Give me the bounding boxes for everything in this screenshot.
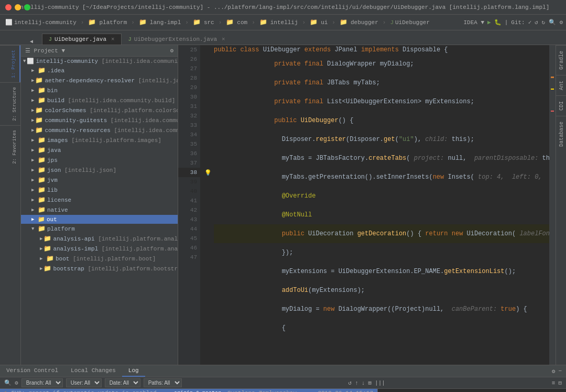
tab-close-button2[interactable]: × [222,36,225,42]
vc-date-select[interactable]: Date: All [105,378,140,387]
out-folder-icon: 📁 [38,216,45,223]
project-sidebar: ☰ Project ▼ ⚙ ▼ ⬜ intellij-community [in… [21,45,178,365]
minimize-button[interactable] [15,4,21,10]
title-bar: intellij-community [~/IdeaProjects/intel… [0,0,566,15]
database-tab[interactable]: Database [556,116,566,152]
platform-label: platform [47,226,75,232]
nav-lang-impl[interactable]: 📁 lang-impl [137,17,183,27]
code-line-25: public class UiDebugger extends JPanel i… [214,45,549,55]
tree-native[interactable]: ▶ 📁 native [21,205,178,215]
vc-tab-local-changes[interactable]: Local Changes [64,365,122,377]
nav-debugger[interactable]: 📁 debugger [338,17,380,27]
nav-intellij[interactable]: 📁 intellij [257,17,300,27]
line-num-41: 41 [178,196,200,205]
vc-branch-select[interactable]: Branch: All [21,378,63,387]
tab-close-button[interactable]: × [111,36,115,42]
cdi-tab[interactable]: CDI [556,95,566,116]
vc-minimize-icon[interactable]: − [558,368,562,374]
jps-label: jps [47,157,58,164]
structure-panel-icon[interactable]: 2: Structure [0,82,20,125]
maximize-button[interactable] [24,4,30,10]
gradle-tab[interactable]: Gradle [556,45,566,75]
code-line-27: private final DialogWrapper myDialog; [214,55,549,73]
tree-out[interactable]: ▶ 📁 out [21,215,178,224]
vc-refresh-icon[interactable]: ↺ [349,379,352,386]
vc-tab-log[interactable]: Log [122,365,145,377]
tree-aether[interactable]: ▶ 📁 aether-dependency-resolver [intellij… [21,75,178,85]
nav-com[interactable]: 📁 com [224,17,249,27]
nav-src[interactable]: 📁 src [191,17,216,27]
tree-analysis-api[interactable]: ▶ 📁 analysis-api [intellij.platform.anal… [21,234,178,244]
tree-analysis-impl[interactable]: ▶ 📁 analysis-impl [intellij.platform.ana… [21,244,178,254]
tree-colorschemes[interactable]: ▶ 📁 colorSchemes [intellij.platform.colo… [21,105,178,115]
project-panel-icon[interactable]: 1: Project [0,45,20,82]
vc-right-panel: intellij.platform.testFramework 2 files … [377,389,566,392]
code-scrollbar[interactable] [549,45,556,365]
vc-filter-icon[interactable]: ⊟ [558,379,562,386]
tab-uidebuggerextension[interactable]: J UiDebuggerExtension.java × [122,34,232,45]
analysis-impl-label: analysis-impl [intellij.platform.analysi… [53,246,178,252]
vc-settings-icon[interactable]: ⚙ [552,368,556,375]
ant-tab[interactable]: Ant [556,75,566,95]
nav-uidebugger[interactable]: J UiDebugger [388,18,432,27]
tree-bootstrap[interactable]: ▶ 📁 bootstrap [intellij.platform.bootstr… [21,264,178,274]
favorites-panel-icon[interactable]: 2: Favorites [0,125,20,168]
tab-arrow-left[interactable]: ◀ [30,38,33,45]
line-num-27: 27 [178,64,200,73]
vc-expand-icon[interactable]: ⊞ [368,379,372,386]
line-num-37: 37 [178,158,200,168]
vc-right-arrow[interactable]: ≡ [552,380,556,386]
vc-paths-select[interactable]: Paths: All [144,378,182,387]
line-numbers: 25 26 27 28 29 30 31 32 33 34 35 36 37 3… [178,45,200,365]
tree-community-guitests[interactable]: ▶ 📁 community-guitests [intellij.idea.co… [21,115,178,125]
root-label: intellij-community [intellij.idea.commun… [36,58,178,64]
tree-idea[interactable]: ▶ 📁 .idea [21,66,178,75]
vc-search-icon[interactable]: 🔍 [4,379,12,386]
nav-intellij-community[interactable]: ⬜ intellij-community [3,18,79,27]
vc-down-icon[interactable]: ↓ [362,380,365,386]
code-editor[interactable]: 25 26 27 28 29 30 31 32 33 34 35 36 37 3… [178,45,556,365]
code-line-43: myExtensions = UiDebuggerExtension.EP_NA… [214,262,549,281]
tree-jps[interactable]: ▶ 📁 jps [21,155,178,165]
sidebar-settings-icon[interactable]: ⚙ [170,47,173,54]
nav-ui[interactable]: 📁 ui [308,17,330,27]
vc-row-1[interactable]: ● FUS: report if automatic update is ena… [0,389,377,392]
line-num-32: 32 [178,111,200,121]
vc-settings-icon2[interactable]: ⚙ [15,379,18,386]
git-check[interactable]: ✓ [528,19,532,26]
code-line-46: myDialog = new DialogWrapper((Project)nu… [214,300,549,319]
tree-license[interactable]: ▶ 📁 license [21,195,178,205]
line-num-36: 36 [178,149,200,158]
toolbar-icons[interactable]: ↺ ↻ 🔍 ⚙ [535,19,563,26]
nav-platform[interactable]: 📁 platform [86,17,129,27]
vc-user-select[interactable]: User: All [66,378,102,387]
tree-json[interactable]: ▶ 📁 json [intellij.json] [21,165,178,175]
tree-boot[interactable]: ▶ 📁 boot [intellij.platform.boot] [21,254,178,264]
tree-community-resources[interactable]: ▶ 📁 community-resources [intellij.idea.c… [21,125,178,135]
tree-build[interactable]: ▶ 📁 build [intellij.idea.community.build… [21,95,178,105]
run-button[interactable]: ▶ [487,19,491,26]
tree-jvm[interactable]: ▶ 📁 jvm [21,175,178,185]
tree-root[interactable]: ▼ ⬜ intellij-community [intellij.idea.co… [21,57,178,66]
vc-col-icon[interactable]: ||| [375,380,385,386]
line-num-35: 35 [178,139,200,149]
close-button[interactable] [5,4,12,10]
tree-bin[interactable]: ▶ 📁 bin [21,85,178,95]
tree-lib[interactable]: ▶ 📁 lib [21,185,178,195]
tree-java[interactable]: ▶ 📁 java [21,145,178,155]
tab-uidebugger[interactable]: J UiDebugger.java × [42,34,122,45]
tree-platform[interactable]: ▼ 📁 platform [21,224,178,234]
tree-images[interactable]: ▶ 📁 images [intellij.platform.images] [21,135,178,145]
code-line-44: addToUi(myExtensions); [214,281,549,300]
json-label: json [intellij.json] [47,167,116,173]
debug-button[interactable]: 🐛 [494,19,502,26]
bulb-icon[interactable]: 💡 [204,169,212,176]
folder-icon: 📁 [38,67,46,74]
vc-up-icon[interactable]: ↑ [355,380,358,386]
folder-icon: 📁 [46,255,54,263]
code-line-28: private final JBTabs myTabs; [214,73,549,92]
line-num-38: 38 [178,168,200,177]
vc-tab-version-control[interactable]: Version Control [0,365,64,377]
tab-bar: ◀ J UiDebugger.java × J UiDebuggerExtens… [0,30,566,45]
code-content[interactable]: 💡 public class UiDebugger extends JPanel… [200,45,549,365]
